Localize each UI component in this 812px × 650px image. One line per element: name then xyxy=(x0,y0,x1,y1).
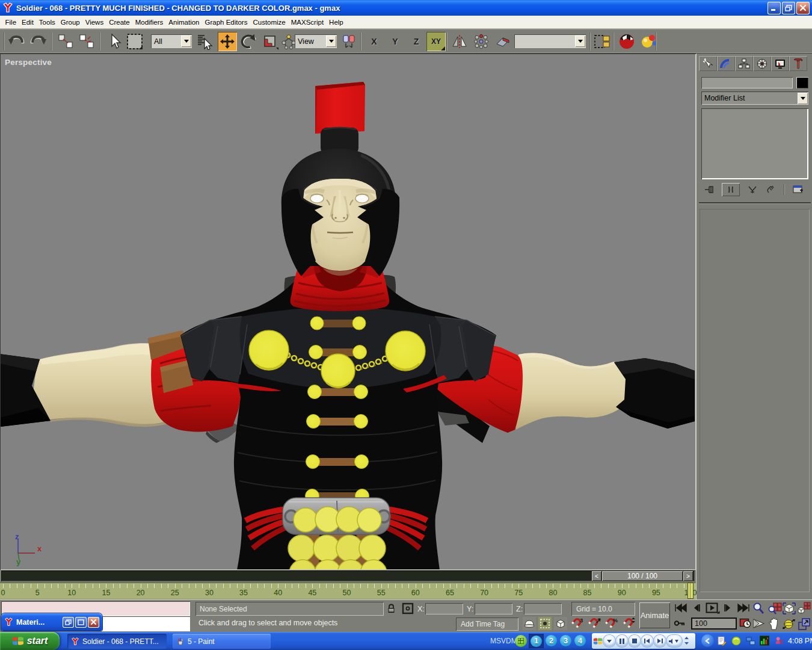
selection-filter-dropdown[interactable]: All xyxy=(151,34,192,48)
zoom-extents-all-button[interactable] xyxy=(798,602,811,615)
restrict-z-button[interactable]: Z xyxy=(407,32,426,51)
z-coord-field[interactable] xyxy=(524,603,562,614)
menu-file[interactable]: File xyxy=(2,17,19,28)
x-coord-field[interactable] xyxy=(425,603,463,614)
track-view-button[interactable] xyxy=(593,32,612,51)
undo-button[interactable] xyxy=(7,32,26,51)
material-editor-restore-button[interactable] xyxy=(63,617,74,628)
menu-create[interactable]: Create xyxy=(106,17,133,28)
snap-toggle-3d[interactable]: 3 xyxy=(571,617,585,630)
tray-collapse-chevron[interactable] xyxy=(701,634,714,647)
named-selection-arrow[interactable] xyxy=(575,36,585,47)
show-end-result-button[interactable] xyxy=(722,183,740,196)
tab-hierarchy[interactable] xyxy=(735,56,753,71)
align-button[interactable] xyxy=(493,32,512,51)
zoom-extents-button[interactable] xyxy=(782,602,796,615)
restrict-xy-plane-button[interactable]: XY xyxy=(426,32,446,51)
mirror-button[interactable] xyxy=(450,32,469,51)
menu-edit[interactable]: Edit xyxy=(19,17,37,28)
use-pivot-center-button[interactable] xyxy=(339,32,358,51)
configure-modifier-sets-button[interactable] xyxy=(789,183,807,196)
soldier-model[interactable] xyxy=(1,54,695,569)
restrict-y-button[interactable]: Y xyxy=(386,32,405,51)
next-frame-key-button[interactable] xyxy=(723,603,733,613)
current-frame-marker[interactable] xyxy=(687,583,694,599)
coord-system-arrow[interactable] xyxy=(326,36,336,47)
tray-cpu-meter-icon[interactable] xyxy=(760,636,769,645)
redo-button[interactable] xyxy=(28,32,48,51)
go-to-end-button[interactable] xyxy=(737,603,751,613)
unlink-selection-button[interactable] xyxy=(77,32,96,51)
material-editor-close-button[interactable] xyxy=(88,617,99,628)
close-button[interactable] xyxy=(796,2,810,14)
field-of-view-button[interactable] xyxy=(752,618,766,630)
play-animation-button[interactable] xyxy=(706,602,720,614)
named-selection-dropdown[interactable] xyxy=(514,34,586,48)
material-editor-minimized-window[interactable]: Materi... xyxy=(1,613,102,631)
perspective-viewport[interactable]: Perspective z x y xyxy=(0,54,696,570)
restrict-x-button[interactable]: X xyxy=(364,32,384,51)
modifier-list-dropdown[interactable]: Modifier List xyxy=(701,91,808,105)
min-max-toggle-button[interactable] xyxy=(798,618,811,631)
y-coord-field[interactable] xyxy=(475,603,512,614)
set-key-mode-button[interactable] xyxy=(674,619,687,628)
zoom-button[interactable] xyxy=(752,602,765,615)
menu-group[interactable]: Group xyxy=(58,17,82,28)
arc-rotate-button[interactable] xyxy=(782,618,796,631)
selection-filter-arrow[interactable] xyxy=(181,36,191,47)
menu-animation[interactable]: Animation xyxy=(166,17,202,28)
percent-snap-toggle[interactable]: % xyxy=(604,617,619,630)
selection-region-button[interactable] xyxy=(125,32,144,51)
menu-graph-editors[interactable]: Graph Editors xyxy=(202,17,250,28)
angle-snap-toggle[interactable] xyxy=(588,617,602,630)
selection-lock-toggle[interactable] xyxy=(387,604,396,614)
minimize-button[interactable] xyxy=(767,2,781,14)
menu-customize[interactable]: Customize xyxy=(250,17,288,28)
tab-utilities[interactable] xyxy=(789,56,807,71)
next-frame-button[interactable]: > xyxy=(683,571,693,581)
add-time-tag-field[interactable]: Add Time Tag xyxy=(456,618,518,631)
restore-button[interactable] xyxy=(782,2,795,14)
current-frame-field[interactable]: 100 xyxy=(691,618,737,630)
material-editor-button[interactable] xyxy=(617,32,636,51)
crossing-window-toggle[interactable] xyxy=(554,617,567,630)
pan-button[interactable] xyxy=(767,618,781,631)
tray-messenger-icon[interactable] xyxy=(775,636,784,645)
degradation-override-button[interactable] xyxy=(523,617,536,630)
time-slider-handle[interactable]: 100 / 100 xyxy=(602,571,683,581)
material-editor-maximize-button[interactable] xyxy=(75,617,87,628)
coord-system-dropdown[interactable]: View xyxy=(295,34,337,48)
modifier-stack[interactable] xyxy=(701,108,808,179)
tab-modify[interactable] xyxy=(717,56,735,71)
select-and-rotate-button[interactable] xyxy=(239,32,259,51)
selection-brackets-toggle[interactable] xyxy=(538,617,552,630)
spinner-snap-toggle[interactable] xyxy=(623,617,637,630)
modifier-list-arrow[interactable] xyxy=(798,93,808,104)
select-and-scale-button[interactable] xyxy=(260,32,280,51)
time-slider-track[interactable] xyxy=(1,571,695,581)
track-bar[interactable]: 0510152025303540455055606570758085909510… xyxy=(0,582,696,599)
tray-orb-icon[interactable] xyxy=(731,636,741,646)
tray-document-icon[interactable] xyxy=(717,636,727,646)
zoom-all-button[interactable] xyxy=(767,602,782,615)
tray-network-icon[interactable] xyxy=(746,636,755,646)
select-and-link-button[interactable] xyxy=(56,32,75,51)
previous-frame-button[interactable]: < xyxy=(592,571,601,581)
menu-maxscript[interactable]: MAXScript xyxy=(288,17,326,28)
previous-frame-key-button[interactable] xyxy=(692,603,701,613)
pin-stack-button[interactable] xyxy=(700,183,718,196)
tab-create[interactable] xyxy=(699,56,717,71)
object-name-field[interactable] xyxy=(701,77,793,88)
menu-views[interactable]: Views xyxy=(82,17,106,28)
remove-modifier-button[interactable] xyxy=(761,183,780,196)
menu-tools[interactable]: Tools xyxy=(36,17,58,28)
select-and-move-button[interactable] xyxy=(218,32,237,51)
object-color-swatch[interactable] xyxy=(796,77,808,88)
array-button[interactable] xyxy=(472,32,491,51)
tab-motion[interactable] xyxy=(753,56,771,71)
tab-display[interactable] xyxy=(771,56,789,71)
menu-help[interactable]: Help xyxy=(327,17,346,28)
time-configuration-button[interactable] xyxy=(739,618,752,628)
select-object-button[interactable] xyxy=(105,32,124,51)
select-by-name-button[interactable] xyxy=(195,32,214,51)
